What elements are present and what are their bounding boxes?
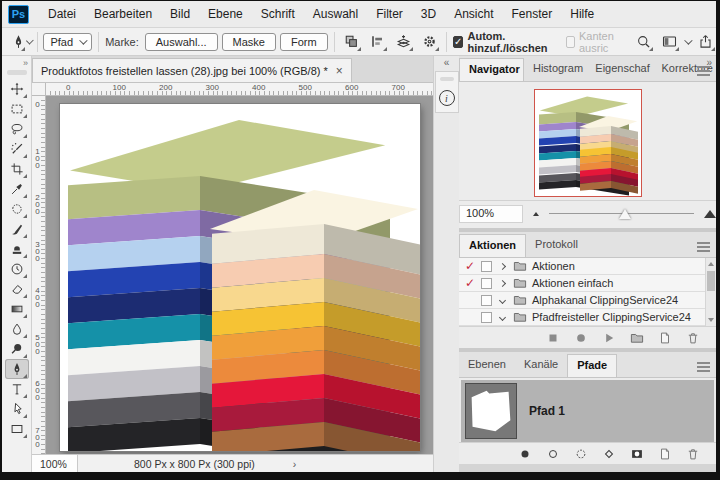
rectangle-tool[interactable] [5,419,29,439]
menu-item-hilfe[interactable]: Hilfe [561,3,603,25]
menu-item-bild[interactable]: Bild [161,3,199,25]
add-layer-icon[interactable] [392,32,414,52]
menu-item-filter[interactable]: Filter [367,3,412,25]
dock-collapse-button[interactable]: « [444,57,450,68]
menu-item-ebene[interactable]: Ebene [199,3,252,25]
navigator-proxy-view[interactable] [534,89,642,197]
clone-stamp-tool[interactable] [5,239,29,259]
action-dialog-toggle[interactable] [481,312,492,323]
menu-item-datei[interactable]: Datei [39,3,85,25]
play-icon[interactable] [600,330,618,346]
menu-item-auswahl[interactable]: Auswahl [304,3,367,25]
close-icon[interactable]: × [336,64,343,78]
chevron-down-icon[interactable] [496,315,508,320]
pen-tool-preset-icon[interactable] [10,32,26,52]
toolbar-expand-button[interactable]: » [23,58,28,68]
share-icon[interactable] [694,32,716,52]
blur-tool[interactable] [5,319,29,339]
layers-tab-kanäle[interactable]: Kanäle [515,354,567,377]
menu-item-3d[interactable]: 3D [412,3,445,25]
marquee-tool[interactable] [5,99,29,119]
scrollbar[interactable] [705,258,716,326]
fill-circle-icon[interactable] [516,446,534,462]
type-tool[interactable] [5,379,29,399]
maske-button[interactable]: Maske [222,33,276,51]
trash-icon[interactable] [684,446,702,462]
magic-wand-tool[interactable] [5,139,29,159]
pen-tool[interactable] [5,359,29,379]
chevron-right-icon[interactable] [496,264,508,269]
stop-icon[interactable] [544,330,562,346]
status-zoom-field[interactable]: 100% [32,455,78,472]
record-icon[interactable] [572,330,590,346]
tool-mode-select[interactable]: Pfad [43,33,92,51]
new-item-icon[interactable] [656,446,674,462]
chevron-right-icon[interactable] [496,281,508,286]
search-icon[interactable] [632,32,654,52]
zoom-slider-thumb[interactable] [619,209,631,219]
action-enabled-checkmark[interactable]: ✓ [463,276,477,290]
status-chevron[interactable]: › [293,458,297,470]
info-icon[interactable]: i [439,90,455,106]
chevron-down-icon[interactable] [26,36,34,44]
form-button[interactable]: Form [280,33,328,51]
chevron-down-icon[interactable] [684,36,692,44]
panel-grip[interactable] [440,77,454,81]
move-tool[interactable] [5,79,29,99]
dock-tab-eigenschaf[interactable]: Eigenschaf [586,58,652,81]
toolbar-grip[interactable] [7,70,27,75]
action-set-row[interactable]: Pfadfreisteller ClippingService24 [459,309,716,326]
zoom-in-icon[interactable] [704,210,716,218]
menu-item-fenster[interactable]: Fenster [503,3,562,25]
actions-tab-protokoll[interactable]: Protokoll [526,234,587,257]
crop-tool[interactable] [5,159,29,179]
chevron-down-icon[interactable] [496,298,508,303]
dock-tab-navigator[interactable]: Navigator [459,58,524,81]
path-list-item[interactable]: Pfad 1 [461,380,714,442]
healing-brush-tool[interactable] [5,199,29,219]
panel-menu-icon[interactable] [697,362,710,364]
path-ops-icon[interactable] [340,32,362,52]
path-selection-tool[interactable] [5,399,29,419]
history-brush-tool[interactable] [5,259,29,279]
mask-icon[interactable] [628,446,646,462]
action-dialog-toggle[interactable] [481,261,492,272]
menu-item-ansicht[interactable]: Ansicht [445,3,502,25]
auswahl-button[interactable]: Auswahl... [145,33,218,51]
action-set-row[interactable]: Alphakanal ClippingService24 [459,292,716,309]
menu-item-schrift[interactable]: Schrift [252,3,304,25]
lasso-tool[interactable] [5,119,29,139]
layers-tab-pfade[interactable]: Pfade [567,354,617,377]
eraser-tool[interactable] [5,279,29,299]
actions-tab-aktionen[interactable]: Aktionen [459,234,526,257]
navigator-zoom-field[interactable]: 100% [459,205,523,223]
action-dialog-toggle[interactable] [481,295,492,306]
canvas-image[interactable] [60,104,420,451]
document-tab[interactable]: Produktfotos freistellen lassen (28).jpg… [32,58,352,82]
navigator-zoom-slider[interactable] [549,213,694,214]
action-set-row[interactable]: ✓Aktionen einfach [459,275,716,292]
zoom-out-icon[interactable] [533,212,539,216]
folder-icon[interactable] [628,330,646,346]
dock-expand-button[interactable]: » [706,57,712,68]
action-enabled-checkmark[interactable]: ✓ [463,259,477,273]
gear-icon[interactable] [418,32,440,52]
dock-tab-histogram[interactable]: Histogram [524,58,586,81]
action-set-row[interactable]: ✓Aktionen [459,258,716,275]
panel-menu-icon[interactable] [697,242,710,244]
dashed-circle-icon[interactable] [572,446,590,462]
trash-icon[interactable] [684,330,702,346]
brush-tool[interactable] [5,219,29,239]
stroke-circle-icon[interactable] [544,446,562,462]
diamond-icon[interactable] [600,446,618,462]
workspace-icon[interactable] [658,32,680,52]
auto-add-delete-checkbox[interactable]: ✓ [453,36,463,48]
dodge-tool[interactable] [5,339,29,359]
menu-item-bearbeiten[interactable]: Bearbeiten [85,3,161,25]
gradient-tool[interactable] [5,299,29,319]
action-dialog-toggle[interactable] [481,278,492,289]
eyedropper-tool[interactable] [5,179,29,199]
layers-tab-ebenen[interactable]: Ebenen [459,354,515,377]
align-icon[interactable] [366,32,388,52]
new-item-icon[interactable] [656,330,674,346]
